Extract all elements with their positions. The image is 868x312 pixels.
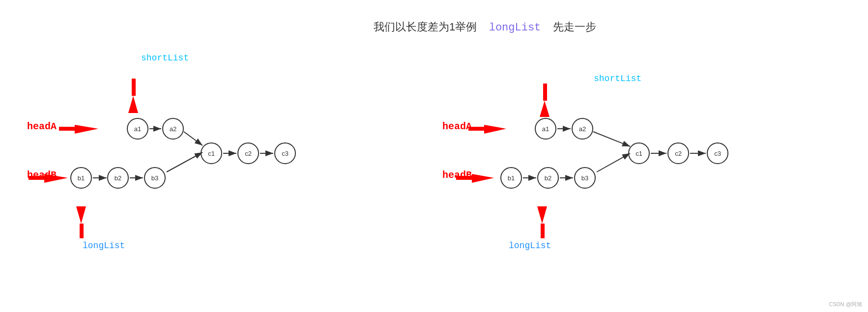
svg-rect-12: [132, 79, 136, 96]
right-headA-label: headA: [442, 121, 472, 132]
watermark: CSDN @阿旭: [829, 301, 862, 308]
right-node-b2: b2: [537, 167, 559, 189]
left-node-a1: a1: [127, 118, 148, 140]
main-container: 我们以长度差为1举例 longList 先走一步 shortList headA…: [0, 0, 868, 312]
left-node-c2: c2: [237, 142, 259, 164]
svg-rect-14: [80, 224, 84, 238]
title-suffix: 先走一步: [553, 21, 596, 33]
right-node-c1: c1: [628, 142, 650, 164]
left-node-b2: b2: [107, 167, 129, 189]
left-longlist-label: longList: [83, 241, 125, 251]
title-prefix: 我们以长度差为1举例: [374, 21, 477, 33]
svg-line-4: [167, 152, 203, 172]
left-node-b3: b3: [144, 167, 166, 189]
svg-marker-27: [540, 101, 550, 117]
svg-marker-7: [75, 125, 98, 134]
left-headA-label: headA: [27, 121, 57, 132]
right-headB-label: headB: [442, 170, 472, 181]
svg-rect-28: [543, 84, 547, 101]
right-node-b3: b3: [574, 167, 596, 189]
title-area: 我们以长度差为1举例 longList 先走一步: [374, 20, 596, 34]
left-node-c1: c1: [201, 142, 222, 164]
left-shortlist-label: shortList: [141, 53, 189, 63]
left-headB-label: headB: [27, 170, 57, 181]
svg-marker-29: [537, 206, 547, 224]
svg-rect-30: [541, 224, 545, 238]
right-node-c2: c2: [667, 142, 689, 164]
svg-marker-23: [484, 125, 506, 134]
svg-marker-11: [128, 96, 138, 113]
right-arrows-svg: [0, 0, 868, 312]
svg-line-17: [593, 132, 630, 146]
svg-marker-25: [472, 174, 494, 183]
svg-rect-8: [59, 127, 76, 131]
left-arrows-svg: [0, 0, 868, 312]
svg-line-1: [184, 132, 203, 145]
right-node-c3: c3: [707, 142, 728, 164]
title-longlist: longList: [489, 22, 541, 34]
svg-marker-13: [76, 206, 86, 224]
left-node-c3: c3: [274, 142, 296, 164]
left-node-a2: a2: [162, 118, 184, 140]
right-node-a2: a2: [572, 118, 593, 140]
left-node-b1: b1: [70, 167, 92, 189]
right-node-b1: b1: [500, 167, 522, 189]
right-longlist-label: longList: [509, 241, 551, 251]
svg-line-20: [597, 153, 630, 172]
right-node-a1: a1: [535, 118, 556, 140]
right-shortlist-label: shortList: [594, 74, 641, 84]
